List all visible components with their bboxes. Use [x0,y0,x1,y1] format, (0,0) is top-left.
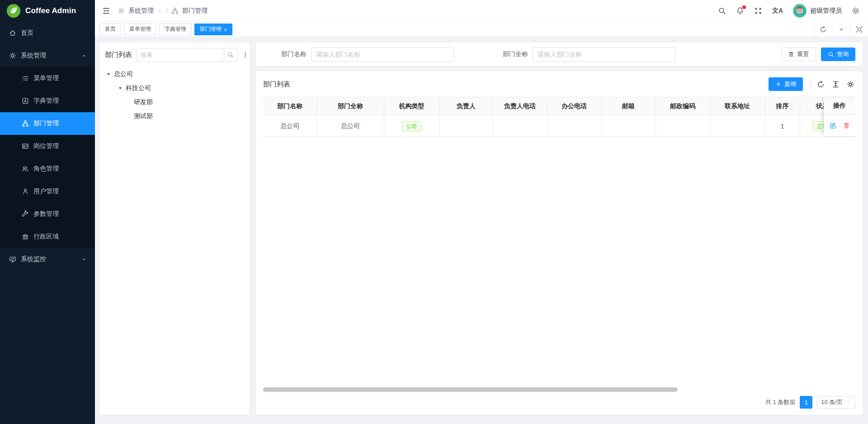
delete-row-button[interactable] [843,122,850,129]
sidebar-item-label: 行政区域 [33,233,59,241]
cell-address [710,115,765,137]
tab-home[interactable]: 首页 [99,24,121,35]
sidebar-item-user-mgmt[interactable]: 用户管理 [0,180,95,203]
table-settings-button[interactable] [847,81,854,88]
tab-close-icon[interactable]: x [224,27,227,32]
tree-node-hq[interactable]: 总公司 [105,67,244,81]
right-column: 部门名称 部门全称 重置 查询 [256,43,863,415]
cell-office-phone [547,115,601,137]
dictionary-icon [22,97,29,105]
tree-node-tech-company[interactable]: 科技公司 [105,81,244,95]
caret-down-icon[interactable] [106,71,111,77]
tree-node-label: 科技公司 [126,84,151,92]
table-scroll-area[interactable]: 部门名称 部门全称 机构类型 负责人 负责人电话 办公电话 邮箱 邮政编码 联系… [263,97,855,137]
translate-icon[interactable]: 文A [772,7,783,15]
horizontal-scrollbar-thumb[interactable] [263,387,678,392]
tree-node-label: 测试部 [134,112,153,120]
sidebar-item-dept-mgmt[interactable]: 部门管理 [0,112,95,135]
tab-dict-mgmt[interactable]: 字典管理 [159,24,192,35]
list-icon [22,75,29,82]
page-size-select[interactable]: 10 条/页 [817,396,855,409]
tree-search-button[interactable] [224,48,237,62]
tree-search-input[interactable] [137,48,224,62]
breadcrumb-level1[interactable]: 系统管理 [128,7,154,15]
more-options-icon[interactable] [242,52,249,58]
sidebar-item-system[interactable]: 系统管理 [0,44,95,67]
col-dept-name: 部门名称 [263,97,317,115]
sidebar-item-label: 菜单管理 [33,74,59,82]
maximize-icon [856,26,863,33]
table-refresh-button[interactable] [817,81,825,88]
sidebar-item-label: 用户管理 [33,187,59,195]
col-org-type: 机构类型 [384,97,439,115]
id-card-icon [22,143,29,150]
tab-maximize-button[interactable] [850,22,868,37]
settings-gear-icon[interactable] [852,7,860,15]
fixed-actions-column: 操作 [824,97,855,137]
reset-button[interactable]: 重置 [781,48,816,61]
table-row[interactable]: 总公司 总公司 公司 1 正 [263,115,855,137]
tab-options-button[interactable] [832,22,850,37]
sidebar-item-dict-mgmt[interactable]: 字典管理 [0,90,95,112]
sidebar-item-label: 岗位管理 [33,142,59,150]
chevron-down-icon [838,26,844,33]
cell-leader-phone [493,115,547,137]
dept-fullname-input[interactable] [533,47,675,62]
notifications-button[interactable] [736,7,744,15]
cell-dept-fullname: 总公司 [317,115,384,137]
gear-icon [847,81,854,88]
toolbar-divider [810,80,811,88]
chevron-down-icon[interactable] [157,8,162,13]
app-title: Coffee Admin [25,6,76,15]
col-sort: 排序 [765,97,800,115]
add-button[interactable]: 新增 [769,77,803,91]
tab-dept-mgmt[interactable]: 部门管理 x [194,24,232,35]
tab-bar: 首页 菜单管理 字典管理 部门管理 x [95,22,868,37]
tree-node-test-dept[interactable]: 测试部 [105,109,244,123]
pagination-total: 共 1 条数据 [765,398,795,406]
user-menu[interactable]: 超级管理员 [793,4,842,18]
sidebar-item-home[interactable]: 首页 [0,22,95,44]
table-density-button[interactable] [832,81,840,88]
tree-node-label: 总公司 [114,70,133,78]
sidebar-item-label: 部门管理 [33,119,59,128]
tab-menu-mgmt[interactable]: 菜单管理 [124,24,156,35]
search-button[interactable]: 查询 [821,48,855,61]
col-dept-fullname: 部门全称 [317,97,384,115]
avatar [793,4,807,18]
cell-leader [439,115,493,137]
gear-icon [118,7,125,14]
cell-dept-name: 总公司 [263,115,317,137]
tree-panel-title: 部门列表 [105,51,132,59]
col-leader-phone: 负责人电话 [493,97,547,115]
col-leader: 负责人 [439,97,493,115]
main-area: 系统管理 / 部门管理 文A 超级管理员 首页 菜单管理 字典管理 [95,0,868,424]
tab-label: 部门管理 [200,25,222,33]
sidebar-item-param-mgmt[interactable]: 参数管理 [0,203,95,225]
dept-tree: 总公司 科技公司 研发部 测试部 [105,67,244,123]
tree-node-rnd-dept[interactable]: 研发部 [105,95,244,109]
tab-refresh-button[interactable] [814,22,832,37]
sidebar-item-role-mgmt[interactable]: 角色管理 [0,157,95,180]
dept-tree-panel: 部门列表 总公司 科技公司 研发部 [99,43,250,415]
sidebar-item-post-mgmt[interactable]: 岗位管理 [0,135,95,157]
page-number-button[interactable]: 1 [800,396,812,409]
sidebar-collapse-icon[interactable] [102,7,110,15]
sidebar: Coffee Admin 首页 系统管理 菜单管理 字典管理 部门管理 [0,0,95,424]
search-icon[interactable] [718,7,726,15]
col-office-phone: 办公电话 [547,97,601,115]
sidebar-item-monitor[interactable]: 系统监控 [0,248,95,271]
breadcrumb-level2[interactable]: 部门管理 [182,7,208,15]
app-logo[interactable]: Coffee Admin [0,0,95,22]
chevron-down-icon [81,257,87,262]
column-height-icon [832,81,840,88]
fullscreen-icon[interactable] [754,7,762,15]
horizontal-scrollbar [263,387,855,392]
edit-row-button[interactable] [830,122,836,129]
dept-name-input[interactable] [311,47,454,62]
caret-down-icon[interactable] [118,86,123,91]
tab-tools [814,22,868,37]
sidebar-item-region-mgmt[interactable]: 行政区域 [0,225,95,248]
col-email: 邮箱 [601,97,656,115]
sidebar-item-menu-mgmt[interactable]: 菜单管理 [0,67,95,90]
